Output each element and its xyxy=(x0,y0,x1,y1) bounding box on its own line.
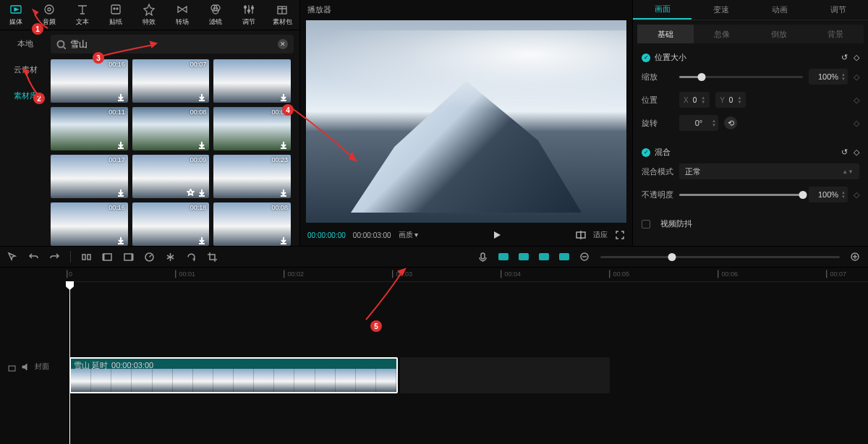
clear-search-icon[interactable]: ✕ xyxy=(278,39,288,49)
marker-icon-1[interactable] xyxy=(498,253,509,260)
material-thumb[interactable]: 00:18 xyxy=(132,202,210,246)
svg-rect-21 xyxy=(124,254,132,260)
blend-title: 混合 xyxy=(655,147,841,158)
pos-size-title: 位置大小 xyxy=(655,52,841,63)
prop-tab[interactable]: 变速 xyxy=(692,0,750,20)
delete-right-icon[interactable] xyxy=(123,252,134,262)
playhead[interactable] xyxy=(69,282,70,444)
prop-subtab[interactable]: 基础 xyxy=(637,25,694,43)
total-duration: 00:00:03:00 xyxy=(353,231,391,239)
property-tabs: 画面变速动画调节 xyxy=(633,0,868,20)
marker-icon-4[interactable] xyxy=(559,253,569,260)
quality-dropdown[interactable]: 画质 ▾ xyxy=(399,230,419,240)
pos-size-checkbox[interactable]: ✓ xyxy=(642,54,650,62)
position-label: 位置 xyxy=(642,95,673,106)
search-box[interactable]: ✕ xyxy=(51,35,294,54)
reset-icon[interactable]: ↺ xyxy=(841,53,848,62)
rotation-reset-icon[interactable]: ⟲ xyxy=(724,116,737,129)
prop-tab[interactable]: 画面 xyxy=(633,0,692,20)
rotate-icon[interactable] xyxy=(186,252,197,262)
svg-rect-3 xyxy=(111,5,120,14)
ruler-tick: ┃ 00:05 xyxy=(608,270,629,278)
rotation-value[interactable]: 0°▲▼ xyxy=(679,115,718,131)
timeline-clip[interactable]: 雪山 延时 00:00:03:00 xyxy=(69,357,398,393)
svg-point-10 xyxy=(248,10,250,12)
undo-icon[interactable] xyxy=(28,252,39,262)
mute-icon[interactable] xyxy=(21,362,30,372)
cover-label[interactable]: 封面 xyxy=(35,362,49,372)
adapt-button[interactable]: 适应 xyxy=(593,230,608,240)
top-tab-media[interactable]: 媒体 xyxy=(6,0,26,30)
scale-slider[interactable] xyxy=(679,76,803,78)
opacity-value[interactable]: 100%▲▼ xyxy=(809,187,848,202)
rotation-label: 旋转 xyxy=(642,118,673,129)
position-y-input[interactable]: Y0▲▼ xyxy=(715,92,746,108)
compare-icon[interactable] xyxy=(576,230,586,240)
top-tab-audio[interactable]: 音频 xyxy=(39,0,59,30)
material-thumb[interactable]: 00:16 xyxy=(51,202,128,246)
opacity-slider[interactable] xyxy=(679,194,803,196)
mirror-icon[interactable] xyxy=(165,252,176,262)
fullscreen-icon[interactable] xyxy=(615,230,625,240)
search-input[interactable] xyxy=(70,39,278,49)
marker-icon-2[interactable] xyxy=(519,253,529,260)
top-tab-filter[interactable]: 滤镜 xyxy=(205,0,226,30)
blend-mode-label: 混合模式 xyxy=(642,166,673,177)
mic-icon[interactable] xyxy=(477,252,488,262)
stabilize-checkbox[interactable] xyxy=(642,220,650,229)
prop-subtab[interactable]: 忽像 xyxy=(694,25,750,43)
marker-icon-3[interactable] xyxy=(539,253,549,260)
prop-subtab[interactable]: 倒放 xyxy=(751,25,807,43)
side-tab[interactable]: 本地 xyxy=(4,33,46,54)
keyframe-icon[interactable]: ◇ xyxy=(854,53,859,62)
keyframe-icon[interactable]: ◇ xyxy=(854,148,859,157)
scale-value[interactable]: 100%▲▼ xyxy=(809,69,848,85)
svg-rect-30 xyxy=(9,366,15,371)
zoom-out-icon[interactable] xyxy=(579,252,590,262)
property-subtabs: 基础忽像倒放背景 xyxy=(637,25,864,43)
blend-checkbox[interactable]: ✓ xyxy=(642,148,650,157)
material-thumb[interactable]: 00:08 xyxy=(213,202,291,246)
prop-subtab[interactable]: 背景 xyxy=(807,25,864,43)
material-thumb[interactable] xyxy=(213,59,291,103)
material-thumb[interactable]: 00:07 xyxy=(132,59,210,103)
material-thumb[interactable]: 00:16 xyxy=(51,59,128,103)
top-tab-adjust[interactable]: 调节 xyxy=(239,0,259,30)
zoom-slider[interactable] xyxy=(600,256,840,258)
lock-icon[interactable] xyxy=(7,362,17,372)
prop-tab[interactable]: 动画 xyxy=(751,0,809,20)
timeline[interactable]: ┃0┃ 00:01┃ 00:02┃ 00:03┃ 00:04┃ 00:05┃ 0… xyxy=(0,268,868,444)
reset-icon[interactable]: ↺ xyxy=(841,148,848,157)
opacity-label: 不透明度 xyxy=(642,189,673,200)
material-thumb[interactable]: 00:07 xyxy=(213,107,291,150)
player-viewport[interactable] xyxy=(306,20,626,223)
ruler-tick: ┃ 00:07 xyxy=(825,270,846,278)
empty-track-slot[interactable] xyxy=(400,357,610,393)
crop-icon[interactable] xyxy=(207,252,218,262)
material-thumb[interactable]: 00:17 xyxy=(51,155,128,198)
prop-tab[interactable]: 调节 xyxy=(809,0,868,20)
top-tab-sticker[interactable]: 贴纸 xyxy=(106,0,126,30)
delete-left-icon[interactable] xyxy=(102,252,113,262)
redo-icon[interactable] xyxy=(49,252,60,262)
zoom-in-icon[interactable] xyxy=(850,252,861,262)
material-thumb[interactable]: 00:08 xyxy=(132,107,210,150)
select-tool-icon[interactable] xyxy=(7,252,18,262)
timeline-toolbar xyxy=(0,246,868,268)
material-thumb[interactable]: 00:23 xyxy=(213,155,291,198)
top-tab-transition[interactable]: 转场 xyxy=(172,0,192,30)
top-tab-effect[interactable]: 特效 xyxy=(139,0,159,30)
material-thumb[interactable]: 00:11 xyxy=(51,107,128,150)
top-tab-text[interactable]: 文本 xyxy=(72,0,93,30)
play-button[interactable] xyxy=(492,230,502,240)
speed-icon[interactable] xyxy=(144,252,155,262)
side-tab[interactable]: 云素材 xyxy=(4,59,46,80)
track-controls: 封面 xyxy=(0,362,65,372)
side-tab[interactable]: 素材库 xyxy=(4,85,46,106)
blend-mode-select[interactable]: 正常▲▼ xyxy=(679,163,859,179)
top-tab-pack[interactable]: 素材包 xyxy=(272,0,292,30)
material-thumb[interactable]: 00:09 xyxy=(132,155,210,198)
split-icon[interactable] xyxy=(81,252,92,262)
position-x-input[interactable]: X0▲▼ xyxy=(679,92,710,108)
timeline-ruler[interactable]: ┃0┃ 00:01┃ 00:02┃ 00:03┃ 00:04┃ 00:05┃ 0… xyxy=(65,268,868,282)
